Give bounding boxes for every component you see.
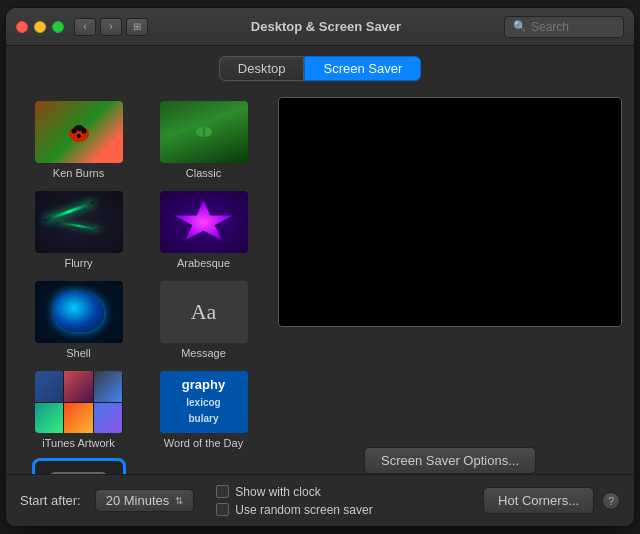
tab-desktop[interactable]: Desktop bbox=[219, 56, 305, 81]
label-classic: Classic bbox=[186, 167, 221, 179]
svg-point-3 bbox=[77, 134, 81, 138]
label-itunes-artwork: iTunes Artwork bbox=[42, 437, 114, 449]
itunes-cell-3 bbox=[94, 371, 123, 402]
random-screensaver-row: Use random screen saver bbox=[216, 503, 372, 517]
search-icon: 🔍 bbox=[513, 20, 527, 33]
screensaver-item-arabesque[interactable]: Arabesque bbox=[143, 187, 264, 273]
screensaver-item-message[interactable]: Aa Message bbox=[143, 277, 264, 363]
back-button[interactable]: ‹ bbox=[74, 18, 96, 36]
thumbnail-itunes-artwork bbox=[35, 371, 123, 433]
dropdown-arrow-icon: ⇅ bbox=[175, 495, 183, 506]
start-after-value: 20 Minutes bbox=[106, 493, 170, 508]
message-preview-text: Aa bbox=[191, 299, 217, 325]
thumbnail-shell bbox=[35, 281, 123, 343]
label-flurry: Flurry bbox=[64, 257, 92, 269]
thumbnail-animated-gif: Animated Gif bbox=[35, 461, 123, 474]
bottom-right-controls: Hot Corners... ? bbox=[483, 487, 620, 514]
random-screensaver-checkbox[interactable] bbox=[216, 503, 229, 516]
main-content: Ken Burns Classic bbox=[6, 89, 634, 474]
itunes-cell-5 bbox=[64, 403, 93, 434]
svg-point-7 bbox=[200, 123, 207, 127]
screensaver-item-itunes-artwork[interactable]: iTunes Artwork bbox=[18, 367, 139, 453]
show-with-clock-row: Show with clock bbox=[216, 485, 372, 499]
thumbnail-ken-burns bbox=[35, 101, 123, 163]
screensaver-item-animated-gif[interactable]: Animated Gif AnimatedGif bbox=[18, 457, 139, 474]
screensaver-list: Ken Burns Classic bbox=[18, 97, 266, 474]
label-arabesque: Arabesque bbox=[177, 257, 230, 269]
preview-screen bbox=[278, 97, 622, 327]
minimize-button[interactable] bbox=[34, 21, 46, 33]
screensaver-item-classic[interactable]: Classic bbox=[143, 97, 264, 183]
thumbnail-flurry bbox=[35, 191, 123, 253]
random-screensaver-label: Use random screen saver bbox=[235, 503, 372, 517]
label-word-of-day: Word of the Day bbox=[164, 437, 243, 449]
screensaver-item-shell[interactable]: Shell bbox=[18, 277, 139, 363]
checkboxes-group: Show with clock Use random screen saver bbox=[216, 485, 372, 517]
maximize-button[interactable] bbox=[52, 21, 64, 33]
leaf-icon bbox=[189, 120, 219, 144]
svg-point-4 bbox=[74, 125, 84, 131]
screensaver-item-flurry[interactable]: Flurry bbox=[18, 187, 139, 273]
arabesque-shape bbox=[173, 200, 235, 243]
main-window: ‹ › ⊞ Desktop & Screen Saver 🔍 Desktop S… bbox=[5, 7, 635, 527]
thumbnail-classic bbox=[160, 101, 248, 163]
close-button[interactable] bbox=[16, 21, 28, 33]
label-shell: Shell bbox=[66, 347, 90, 359]
search-box[interactable]: 🔍 bbox=[504, 16, 624, 38]
show-clock-label: Show with clock bbox=[235, 485, 320, 499]
forward-button[interactable]: › bbox=[100, 18, 122, 36]
nav-buttons: ‹ › bbox=[74, 18, 122, 36]
label-ken-burns: Ken Burns bbox=[53, 167, 104, 179]
start-after-label: Start after: bbox=[20, 493, 81, 508]
hot-corners-button[interactable]: Hot Corners... bbox=[483, 487, 594, 514]
itunes-cell-1 bbox=[35, 371, 64, 402]
help-button[interactable]: ? bbox=[602, 492, 620, 510]
thumbnail-message: Aa bbox=[160, 281, 248, 343]
itunes-cell-4 bbox=[35, 403, 64, 434]
wordofday-preview-text: graphylexicogbulary bbox=[178, 373, 229, 432]
search-input[interactable] bbox=[531, 20, 621, 34]
titlebar: ‹ › ⊞ Desktop & Screen Saver 🔍 bbox=[6, 8, 634, 46]
ladybug-icon bbox=[64, 120, 94, 144]
itunes-cell-2 bbox=[64, 371, 93, 402]
preview-panel: Screen Saver Options... bbox=[278, 97, 622, 474]
itunes-cell-6 bbox=[94, 403, 123, 434]
screen-saver-options-button[interactable]: Screen Saver Options... bbox=[364, 447, 536, 474]
tab-screensaver[interactable]: Screen Saver bbox=[304, 56, 421, 81]
animatedgif-box: Animated Gif bbox=[49, 472, 107, 474]
screensaver-item-word-of-day[interactable]: graphylexicogbulary Word of the Day bbox=[143, 367, 264, 453]
thumbnail-arabesque bbox=[160, 191, 248, 253]
shell-object bbox=[54, 292, 104, 332]
bottom-bar: Start after: 20 Minutes ⇅ Show with cloc… bbox=[6, 474, 634, 526]
traffic-lights bbox=[16, 21, 64, 33]
label-message: Message bbox=[181, 347, 226, 359]
grid-button[interactable]: ⊞ bbox=[126, 18, 148, 36]
window-title: Desktop & Screen Saver bbox=[148, 19, 504, 34]
screensaver-item-ken-burns[interactable]: Ken Burns bbox=[18, 97, 139, 183]
tabs-bar: Desktop Screen Saver bbox=[6, 46, 634, 89]
show-clock-checkbox[interactable] bbox=[216, 485, 229, 498]
start-after-dropdown[interactable]: 20 Minutes ⇅ bbox=[95, 489, 195, 512]
thumbnail-word-of-day: graphylexicogbulary bbox=[160, 371, 248, 433]
